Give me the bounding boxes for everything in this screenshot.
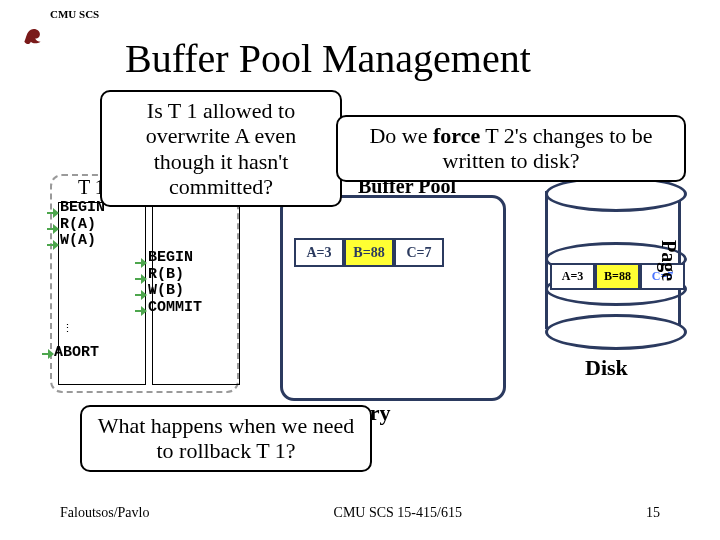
page-label: Page bbox=[657, 240, 680, 281]
buffer-pool-slots: A=3 B=88 C=7 bbox=[294, 238, 444, 267]
callout-q2: Do we force T 2's changes to be written … bbox=[336, 115, 686, 182]
bp-slot: C=7 bbox=[394, 238, 444, 267]
ellipsis-icon: ⋮ bbox=[62, 322, 74, 335]
disk-slot: A=3 bbox=[550, 263, 595, 290]
callout-q3: What happens when we need to rollback T … bbox=[80, 405, 372, 472]
tx1-op: R(A) bbox=[60, 217, 105, 234]
disk-slot: B=88 bbox=[595, 263, 640, 290]
tx2-op: R(B) bbox=[148, 267, 202, 284]
footer-course: CMU SCS 15-415/615 bbox=[334, 505, 462, 521]
footer-authors: Faloutsos/Pavlo bbox=[60, 505, 149, 521]
tx2-op: BEGIN bbox=[148, 250, 202, 267]
bp-slot: B=88 bbox=[344, 238, 394, 267]
header-label: CMU SCS bbox=[50, 8, 99, 20]
bp-slot: A=3 bbox=[294, 238, 344, 267]
arrow-icon bbox=[47, 208, 59, 217]
slide-footer: Faloutsos/Pavlo CMU SCS 15-415/615 15 bbox=[60, 505, 660, 521]
buffer-pool-box bbox=[280, 195, 506, 401]
arrow-icon bbox=[135, 258, 147, 267]
tx1-abort: ABORT bbox=[54, 344, 99, 361]
arrow-icon bbox=[135, 274, 147, 283]
arrow-icon bbox=[135, 306, 147, 315]
tx1-ops: BEGIN R(A) W(A) bbox=[60, 200, 105, 250]
footer-page: 15 bbox=[646, 505, 660, 521]
slide: CMU SCS Buffer Pool Management T 1 T 2 B… bbox=[0, 0, 720, 540]
callout-q2-bold: force bbox=[433, 123, 480, 148]
arrow-icon bbox=[47, 240, 59, 249]
tx2-ops: BEGIN R(B) W(B) COMMIT bbox=[148, 250, 202, 316]
callout-q1: Is T 1 allowed to overwrite A even thoug… bbox=[100, 90, 342, 207]
arrow-icon bbox=[135, 290, 147, 299]
griffin-logo bbox=[20, 20, 46, 46]
tx2-op: W(B) bbox=[148, 283, 202, 300]
callout-q2-pre: Do we bbox=[369, 123, 433, 148]
arrow-icon bbox=[47, 224, 59, 233]
slide-title: Buffer Pool Management bbox=[125, 35, 531, 82]
tx2-op: COMMIT bbox=[148, 300, 202, 317]
tx1-op: W(A) bbox=[60, 233, 105, 250]
tx1-op: BEGIN bbox=[60, 200, 105, 217]
disk-label: Disk bbox=[585, 355, 628, 381]
arrow-icon bbox=[42, 349, 54, 358]
